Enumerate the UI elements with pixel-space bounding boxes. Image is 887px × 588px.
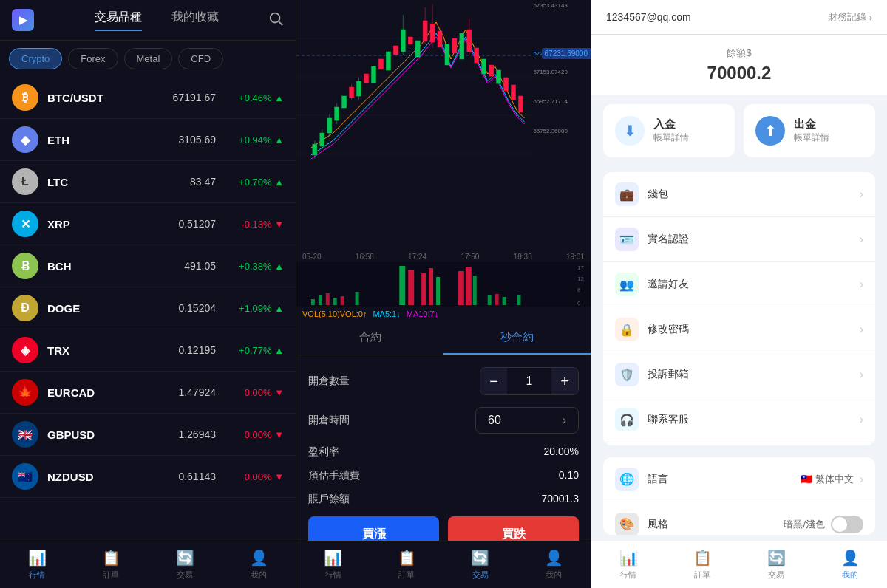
left-nav-訂單[interactable]: 📋訂單 (74, 541, 148, 588)
coin-item-ltc[interactable]: Ł LTC 83.47 +0.70% ▲ (0, 161, 296, 203)
coin-price-ltc: 83.47 (157, 176, 216, 188)
qty-row: 開倉數量 − 1 + (308, 367, 579, 395)
qty-value: 1 (507, 369, 551, 394)
time-control[interactable]: 60 › (475, 407, 579, 434)
contract-tabs: 合約 秒合約 (296, 321, 591, 355)
finance-record-link[interactable]: 財務記錄 › (828, 10, 872, 24)
svg-text:66752.36000: 66752.36000 (533, 128, 568, 134)
coin-name-doge: DOGE (47, 302, 157, 315)
left-nav-交易[interactable]: 🔄交易 (148, 541, 222, 588)
menu-item-修改密碼[interactable]: 🔒 修改密碼 › (603, 307, 875, 352)
qty-control: − 1 + (480, 367, 579, 395)
profit-value: 20.00% (544, 445, 579, 459)
svg-rect-37 (452, 38, 457, 53)
settings-item-語言[interactable]: 🌐 語言 🇹🇼 繁体中文 › (603, 457, 875, 502)
deposit-icon: ⬇ (615, 116, 645, 146)
coin-icon-xrp: ✕ (12, 211, 38, 237)
svg-text:66952.71714: 66952.71714 (533, 98, 568, 105)
filter-tab-crypto[interactable]: Crypto (9, 48, 62, 69)
menu-item-聯系客服[interactable]: 🎧 聯系客服 › (603, 397, 875, 442)
mid-nav-訂單[interactable]: 📋訂單 (370, 541, 444, 588)
coin-change-eth: +0.94% ▲ (225, 134, 284, 146)
chart-area: 67353.43143 67231.69000 67153.07429 6695… (296, 0, 591, 251)
right-bottom-nav: 📊行情📋訂單🔄交易👤我的 (591, 541, 887, 588)
left-nav-我的[interactable]: 👤我的 (222, 541, 296, 588)
coin-change-xrp: -0.13% ▼ (225, 219, 284, 230)
menu-icon: 💼 (615, 182, 639, 206)
menu-list: 💼 錢包 › 🪪 實名認證 › 👥 邀請好友 › 🔒 修改密碼 › 🛡️ 投訴郵… (603, 172, 875, 445)
menu-item-實名認證[interactable]: 🪪 實名認證 › (603, 217, 875, 262)
svg-rect-41 (489, 65, 494, 76)
coin-change-eurcad: 0.00% ▼ (225, 387, 284, 398)
svg-rect-72 (517, 295, 521, 305)
filter-tab-cfd[interactable]: CFD (178, 48, 223, 69)
tab-contract[interactable]: 合約 (296, 321, 444, 355)
svg-rect-21 (415, 41, 420, 57)
coin-name-btc: BTC/USDT (47, 92, 157, 104)
coin-price-bch: 491.05 (157, 260, 216, 272)
withdraw-sub: 帳單詳情 (794, 131, 829, 144)
qty-plus-button[interactable]: + (551, 368, 578, 394)
coin-item-trx[interactable]: ◈ TRX 0.12195 +0.77% ▲ (0, 329, 296, 372)
menu-icon: 🪪 (615, 228, 639, 251)
vol-label: VOL(5,10)VOL:0↑ (302, 310, 367, 318)
coin-icon-ltc: Ł (12, 168, 38, 195)
svg-rect-18 (386, 52, 390, 70)
coin-change-ltc: +0.70% ▲ (225, 177, 284, 188)
settings-list: 🌐 語言 🇹🇼 繁体中文 › 🎨 風格 暗黑/淺色 (603, 457, 875, 535)
mid-nav-行情[interactable]: 📊行情 (296, 541, 370, 588)
mid-nav-我的[interactable]: 👤我的 (517, 541, 591, 588)
ma5-label: MA5:1↓ (373, 310, 400, 318)
coin-icon-eth: ◆ (12, 126, 38, 153)
balance-area: 餘額$ 70000.2 (591, 35, 887, 95)
menu-item-投訴郵箱[interactable]: 🛡️ 投訴郵箱 › (603, 352, 875, 397)
coin-item-gbpusd[interactable]: 🇬🇧 GBPUSD 1.26943 0.00% ▼ (0, 414, 296, 456)
balance-value: 70001.3 (541, 493, 579, 506)
tab-trading-pairs[interactable]: 交易品種 (95, 10, 142, 31)
coin-change-doge: +1.09% ▲ (225, 303, 284, 314)
filter-tab-forex[interactable]: Forex (68, 48, 118, 69)
svg-text:12: 12 (577, 276, 584, 282)
svg-rect-17 (371, 66, 375, 83)
withdraw-card[interactable]: ⬆ 出金 帳單詳情 (744, 104, 875, 157)
svg-rect-70 (495, 294, 499, 305)
right-nav-交易[interactable]: 🔄交易 (739, 541, 813, 588)
mid-nav-交易[interactable]: 🔄交易 (444, 541, 517, 588)
user-email: 1234567@qq.com (606, 11, 691, 23)
mid-panel: 67353.43143 67231.69000 67153.07429 6695… (296, 0, 591, 588)
tab-quick-contract[interactable]: 秒合約 (444, 321, 591, 355)
filter-tab-metal[interactable]: Metal (124, 48, 173, 69)
svg-rect-59 (341, 296, 344, 305)
menu-item-錢包[interactable]: 💼 錢包 › (603, 172, 875, 217)
coin-icon-bch: Ƀ (12, 253, 38, 279)
menu-icon: 🔒 (615, 318, 639, 341)
coin-item-doge[interactable]: Ð DOGE 0.15204 +1.09% ▲ (0, 287, 296, 329)
coin-name-xrp: XRP (47, 218, 157, 230)
coin-item-bch[interactable]: Ƀ BCH 491.05 +0.38% ▲ (0, 245, 296, 287)
chart-ma-labels: VOL(5,10)VOL:0↑ MA5:1↓ MA10:7↓ (296, 307, 591, 321)
deposit-card[interactable]: ⬇ 入金 帳單詳情 (603, 104, 735, 157)
coin-item-xrp[interactable]: ✕ XRP 0.51207 -0.13% ▼ (0, 203, 296, 245)
coin-price-nzdusd: 0.61143 (157, 471, 216, 482)
coin-item-eurcad[interactable]: 🍁 EURCAD 1.47924 0.00% ▼ (0, 372, 296, 414)
menu-icon: 👥 (615, 273, 639, 296)
menu-item-邀請好友[interactable]: 👥 邀請好友 › (603, 262, 875, 307)
qty-minus-button[interactable]: − (480, 368, 507, 394)
settings-item-風格[interactable]: 🎨 風格 暗黑/淺色 (603, 502, 875, 535)
left-nav-行情[interactable]: 📊行情 (0, 541, 74, 588)
volume-chart: 17 12 6 0 (296, 262, 591, 307)
right-nav-行情[interactable]: 📊行情 (591, 541, 665, 588)
search-button[interactable] (268, 10, 284, 30)
coin-item-eth[interactable]: ◆ ETH 3105.69 +0.94% ▲ (0, 119, 296, 161)
coin-item-btc[interactable]: ₿ BTC/USDT 67191.67 +0.46% ▲ (0, 77, 296, 119)
sell-button[interactable]: 買跌 (448, 516, 579, 541)
theme-toggle[interactable] (831, 516, 863, 533)
coin-item-nzdusd[interactable]: 🇳🇿 NZDUSD 0.61143 0.00% ▼ (0, 456, 296, 498)
right-nav-訂單[interactable]: 📋訂單 (665, 541, 739, 588)
buy-button[interactable]: 買漲 (308, 516, 439, 541)
tab-favorites[interactable]: 我的收藏 (171, 10, 219, 31)
withdraw-title: 出金 (794, 117, 829, 131)
right-nav-我的[interactable]: 👤我的 (813, 541, 887, 588)
right-panel: 1234567@qq.com 財務記錄 › 餘額$ 70000.2 ⬇ 入金 帳… (591, 0, 887, 588)
menu-item-公告[interactable]: 📢 公告 › (603, 442, 875, 445)
